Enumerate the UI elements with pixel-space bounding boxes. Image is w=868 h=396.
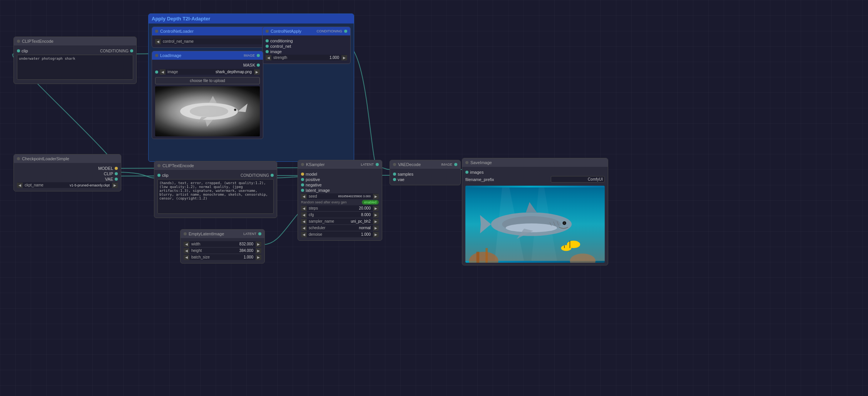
clip-2-input-dot [157,174,161,177]
clip-text-encode-1-title: CLIPTextEncode [14,37,136,45]
ckpt-name-value: v1-5-pruned-emaonly.ckpt [67,183,112,188]
clip-2-input-row: clip CONDITIONING [157,173,274,178]
checkpoint-loader-label: CheckpointLoaderSimple [22,156,69,161]
scheduler-next-btn[interactable]: ▶ [373,225,379,231]
strength-next-btn[interactable]: ▶ [341,55,347,60]
node-dot [393,163,396,166]
sampler-next-btn[interactable]: ▶ [373,219,379,224]
ksampler-title: KSampler LATENT [298,160,382,169]
image-out-vae: IMAGE [441,163,452,166]
negative-in-row: negative [301,183,379,187]
negative-prompt-textarea[interactable]: (hands), text, error, cropped, (worst qu… [157,179,274,214]
negative-in-label: negative [306,183,322,187]
cnet-prev-btn[interactable]: ◀ [155,39,161,44]
clip-text-encode-2-label: CLIPTextEncode [162,163,194,168]
svg-rect-14 [485,248,488,263]
conditioning-2-output-label: CONDITIONING [241,173,269,178]
node-dot [465,161,468,164]
node-dot [155,30,158,33]
cfg-row: ◀ cfg 8.000 ▶ [301,212,379,218]
latent-image-in-dot [301,189,304,192]
height-next-btn[interactable]: ▶ [256,248,261,253]
batch-next-btn[interactable]: ▶ [256,255,261,260]
latent-image-in-label: latent_image [306,188,330,193]
denoise-row: ◀ denoise 1.000 ▶ [301,232,379,237]
height-prev-btn[interactable]: ◀ [184,248,189,253]
latent-out-label: LATENT [243,232,256,236]
apply-depth-node: Apply Depth T2I-Adapter ControlNetLoader… [148,13,354,162]
mask-out-dot [257,64,260,67]
height-value: 384.000 [237,248,256,253]
node-dot [266,30,269,33]
batch-prev-btn[interactable]: ◀ [184,255,189,260]
cfg-value: 8.000 [359,212,373,218]
strength-value: 1.000 [327,55,341,60]
vae-output-dot [115,178,118,181]
control-net-in-label: control_net [270,44,291,49]
denoise-label: denoise [307,232,359,237]
ckpt-next-btn[interactable]: ▶ [112,183,118,188]
conditioning-in-row: conditioning [266,39,347,43]
width-prev-btn[interactable]: ◀ [184,242,189,247]
filename-prefix-input[interactable]: ComfyUI [551,176,605,183]
height-row: ◀ height 384.000 ▶ [184,248,261,253]
save-image-label: SaveImage [470,160,492,165]
clip-output-row: CLIP [17,171,118,176]
seed-next-btn[interactable]: ▶ [373,194,379,199]
control-net-apply-title: ControlNetApply CONDITIONING [263,27,350,35]
latent-ksampler-dot [376,163,379,166]
clip-2-input-label: clip [162,173,169,178]
control-net-in-row: control_net [266,44,347,49]
height-label: height [189,248,237,253]
images-in-label: images [470,170,483,175]
control-net-loader-label: ControlNetLoader [160,29,194,34]
vae-in-label: vae [398,177,405,182]
image-out-dot [257,54,260,57]
sampler-prev-btn[interactable]: ◀ [301,219,307,224]
positive-prompt-textarea[interactable]: underwater photograph shark [17,55,133,80]
random-seed-toggle[interactable]: enabled [362,200,379,205]
width-next-btn[interactable]: ▶ [256,242,261,247]
scheduler-row: ◀ scheduler normal ▶ [301,225,379,231]
negative-in-dot [301,183,304,186]
seed-prev-btn[interactable]: ◀ [301,194,307,199]
svg-point-6 [190,106,228,117]
steps-next-btn[interactable]: ▶ [373,206,379,211]
conditioning-in-label: conditioning [270,39,293,43]
sampler-name-label: sampler_name [307,218,348,224]
ckpt-prev-btn[interactable]: ◀ [17,183,23,188]
steps-prev-btn[interactable]: ◀ [301,206,307,211]
ckpt-name-label: ckpt_name [23,182,67,188]
strength-prev-btn[interactable]: ◀ [266,55,271,60]
cfg-prev-btn[interactable]: ◀ [301,212,307,218]
clip-text-encode-1-node: CLIPTextEncode clip CONDITIONING underwa… [13,37,137,84]
svg-point-27 [564,222,565,224]
cfg-next-btn[interactable]: ▶ [373,212,379,218]
img-name-value: shark_depthmap.png [213,69,254,75]
batch-size-value: 1.000 [241,254,256,260]
vae-decode-node: VAEDecode IMAGE samples vae [390,160,461,185]
conditioning-dot-out [344,30,347,33]
denoise-next-btn[interactable]: ▶ [373,232,379,237]
denoise-prev-btn[interactable]: ◀ [301,232,307,237]
mask-out-label: MASK [243,63,255,67]
load-image-title: LoadImage IMAGE [152,51,263,60]
strength-label: strength [271,55,327,60]
conditioning-in-dot [266,39,269,42]
img-prev-btn[interactable]: ◀ [160,69,166,75]
empty-latent-node: EmptyLatentImage LATENT ◀ width 832.000 … [180,229,265,263]
control-net-in-dot [266,45,269,48]
positive-in-row: positive [301,177,379,182]
img-next-btn[interactable]: ▶ [254,69,260,75]
shark-depth-image [155,86,260,136]
sampler-name-value: uni_pc_bh2 [348,218,373,224]
image-in-dot [266,50,269,53]
node-dot [157,164,161,167]
seed-value: 89185840235600 3.000 [336,194,373,199]
upload-button[interactable]: choose file to upload [155,77,260,84]
steps-label: steps [307,205,356,211]
vae-output-row: VAE [17,177,118,181]
vae-decode-label: VAEDecode [398,162,421,167]
scheduler-prev-btn[interactable]: ◀ [301,225,307,231]
positive-in-dot [301,178,304,181]
